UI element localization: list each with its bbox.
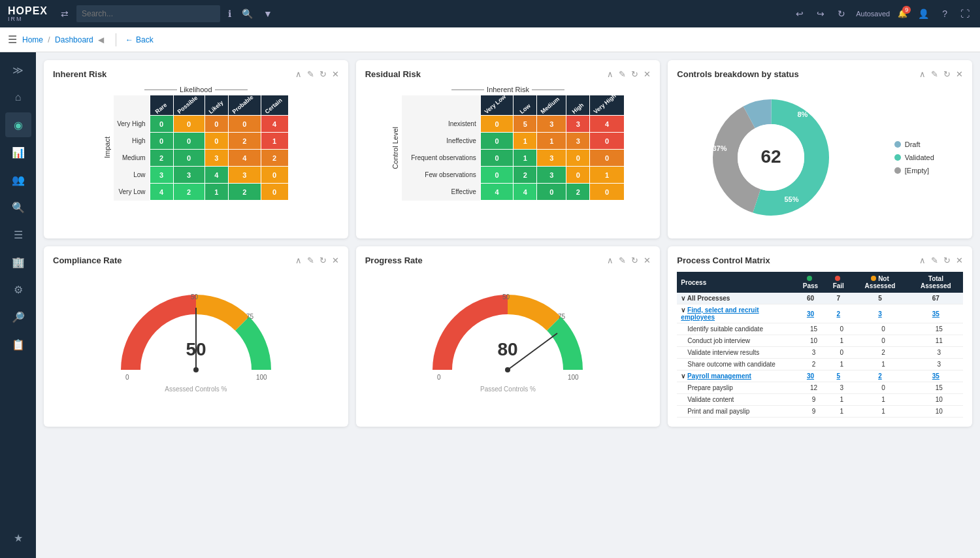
cell: 0	[566, 150, 590, 167]
controls-breakdown-actions: ∧ ✎ ↻ ✕	[919, 69, 963, 79]
sidebar-item-compliance[interactable]: 📋	[5, 332, 31, 357]
undo-icon[interactable]: ↩	[793, 8, 806, 19]
cell: 0	[537, 184, 566, 201]
cell: 4	[229, 150, 261, 167]
hamburger-icon[interactable]: ☰	[8, 33, 17, 46]
row-label-medium: Medium	[114, 150, 150, 167]
pcm-actions: ∧ ✎ ↻ ✕	[919, 255, 963, 265]
autosaved-status: Autosaved	[856, 10, 890, 18]
app-logo: HOPEX IRM	[8, 6, 48, 22]
close-icon[interactable]: ✕	[644, 69, 651, 79]
back-button[interactable]: ← Back	[125, 35, 154, 44]
control-level-label: Control Level	[391, 127, 399, 169]
pcm-sub-row: Conduct job interview 10 1 0 11	[677, 335, 963, 347]
pcm-title: Process Control Matrix	[677, 255, 919, 265]
sidebar-item-expand[interactable]: ≫	[5, 57, 31, 82]
close-icon[interactable]: ✕	[956, 69, 963, 79]
table-row: Ineffective 0 1 1 3 0	[402, 133, 624, 150]
info-icon[interactable]: ℹ	[225, 8, 234, 19]
edit-icon[interactable]: ✎	[931, 255, 938, 265]
refresh-icon[interactable]: ↻	[319, 255, 327, 265]
collapse-icon[interactable]: ∧	[607, 69, 613, 79]
row-label-veryhigh: Very High	[114, 116, 150, 133]
close-icon[interactable]: ✕	[644, 255, 651, 265]
collapse-icon[interactable]: ∧	[295, 255, 302, 265]
pcm-group1-fail: 2	[825, 304, 851, 323]
collapse-icon[interactable]: ∧	[295, 69, 302, 79]
legend-dot-validated	[894, 154, 901, 161]
pcm-total-pass: 60	[796, 293, 826, 304]
col-veryhigh: Very High	[590, 95, 625, 116]
dashboard-grid: Inherent Risk ∧ ✎ ↻ ✕ Likelihood Impact	[44, 60, 972, 427]
transfer-icon[interactable]: ⇄	[58, 8, 71, 19]
row-label-low: Low	[114, 167, 150, 184]
collapse-icon[interactable]: ∧	[919, 69, 926, 79]
logo-hopex: HOPEX	[8, 6, 48, 16]
notification-bell[interactable]: 🔔9	[898, 9, 907, 18]
refresh-icon[interactable]: ↻	[943, 69, 951, 79]
refresh-icon[interactable]: ↻	[631, 69, 638, 79]
table-row: Few observations 0 2 3 0 1	[402, 167, 624, 184]
refresh-icon[interactable]: ↻	[631, 255, 638, 265]
pcm-sub1b-label: Conduct job interview	[677, 335, 795, 347]
close-icon[interactable]: ✕	[332, 255, 339, 265]
validated-percent-label: 55%	[784, 195, 798, 203]
row-label-inexistent: Inexistent	[402, 116, 480, 133]
cell: 3	[537, 150, 566, 167]
edit-icon[interactable]: ✎	[931, 69, 938, 79]
sidebar-item-dashboard[interactable]: ◉	[5, 112, 31, 137]
cell: 0	[173, 133, 204, 150]
table-row: Low 3 3 4 3 0	[114, 167, 288, 184]
dropdown-icon[interactable]: ▼	[261, 8, 275, 19]
edit-icon[interactable]: ✎	[307, 69, 314, 79]
close-icon[interactable]: ✕	[332, 69, 339, 79]
search-icon[interactable]: 🔍	[239, 8, 255, 19]
pcm-total-label: ∨ All Processes	[677, 293, 795, 304]
cell: 1	[261, 133, 288, 150]
gauge-label-50: 50	[502, 293, 510, 301]
breadcrumb-home[interactable]: Home	[22, 35, 43, 44]
breadcrumb-dashboard[interactable]: Dashboard	[55, 35, 93, 44]
expand-icon[interactable]: ⛶	[958, 8, 972, 19]
pcm-group1-link[interactable]: Find, select and recruit employees	[681, 306, 759, 321]
legend-label-draft: Draft	[905, 140, 921, 148]
edit-icon[interactable]: ✎	[619, 69, 626, 79]
residual-risk-table: Very Low Low Medium High Very High	[402, 95, 625, 201]
sidebar-item-favorites[interactable]: ★	[5, 525, 31, 550]
sidebar-item-settings[interactable]: ⚙	[5, 277, 31, 302]
edit-icon[interactable]: ✎	[307, 255, 314, 265]
cell: 0	[173, 116, 204, 133]
pcm-sub2b-pass: 9	[796, 394, 826, 406]
sidebar-item-home[interactable]: ⌂	[5, 85, 31, 110]
pcm-sub2a-label: Prepare payslip	[677, 382, 795, 394]
inherent-risk-label: Inherent Risk	[451, 86, 564, 93]
sidebar-item-reports[interactable]: 📊	[5, 140, 31, 165]
collapse-icon[interactable]: ∧	[919, 255, 926, 265]
gauge-label-75: 75	[246, 313, 254, 320]
global-search-input[interactable]	[76, 5, 220, 22]
sidebar-item-users[interactable]: 👥	[5, 167, 31, 192]
redo-icon[interactable]: ↪	[814, 8, 827, 19]
sidebar-item-org[interactable]: 🏢	[5, 250, 31, 274]
sidebar-item-list[interactable]: ☰	[5, 222, 31, 247]
refresh-icon[interactable]: ↻	[943, 255, 951, 265]
sidebar-item-audit[interactable]: 🔎	[5, 304, 31, 329]
cell: 0	[590, 184, 625, 201]
collapse-icon[interactable]: ∧	[607, 255, 613, 265]
donut-chart: 62 8% 37% 55%	[706, 92, 836, 223]
help-icon[interactable]: ?	[939, 8, 950, 19]
donut-svg: 62	[706, 92, 836, 223]
refresh-icon[interactable]: ↻	[835, 8, 848, 19]
pcm-sub2b-na: 1	[851, 394, 909, 406]
cell: 2	[514, 167, 537, 184]
pcm-group2-link[interactable]: Payroll management	[687, 372, 751, 380]
sidebar-item-search[interactable]: 🔍	[5, 195, 31, 220]
cell: 1	[514, 133, 537, 150]
edit-icon[interactable]: ✎	[619, 255, 626, 265]
user-icon[interactable]: 👤	[915, 8, 932, 19]
col-possible: Possible	[173, 95, 204, 116]
refresh-icon[interactable]: ↻	[319, 69, 327, 79]
close-icon[interactable]: ✕	[956, 255, 963, 265]
pcm-sub1d-pass: 2	[796, 359, 826, 370]
cell: 3	[204, 150, 229, 167]
